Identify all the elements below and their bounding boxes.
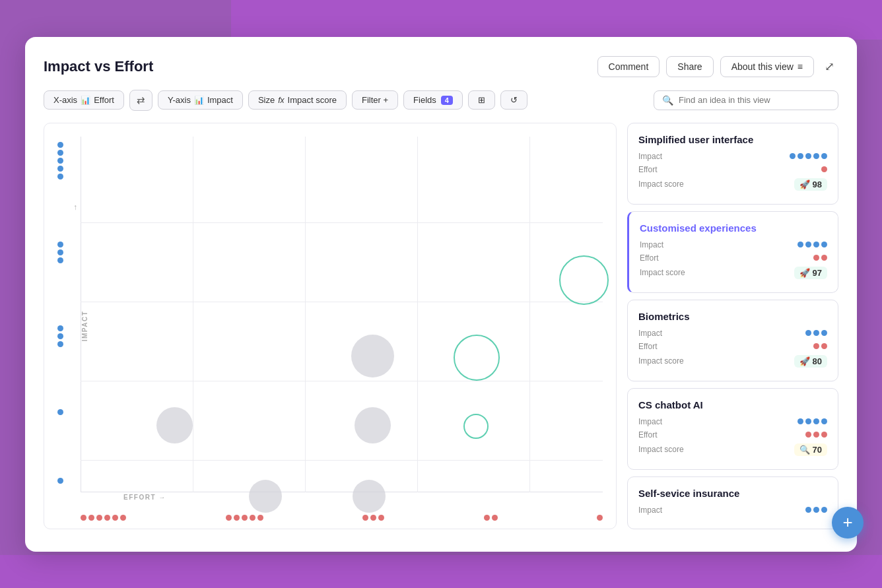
coral-dot — [597, 515, 603, 521]
card-biometrics[interactable]: Biometrics Impact Effort — [627, 300, 838, 381]
coral-dot — [81, 515, 86, 521]
grid-line-h1 — [81, 222, 603, 223]
dot-group-2 — [57, 242, 63, 263]
card-row-impact-4: Impact — [638, 417, 827, 426]
coral-dot — [378, 515, 384, 521]
search-input[interactable] — [679, 95, 830, 105]
card-row-effort-1: Effort — [638, 165, 827, 174]
chart-area: ↑ IMPACT EFFORT → — [44, 123, 617, 529]
bubble-gray-5[interactable] — [353, 480, 386, 513]
dot-group-4 — [57, 409, 63, 415]
dots-column — [53, 137, 67, 489]
score-badge-3: 🚀 80 — [794, 355, 827, 368]
effort-dots-row — [81, 515, 603, 521]
blue-dot — [57, 333, 63, 339]
yaxis-value: Impact — [207, 95, 233, 105]
score-value-2: 97 — [813, 268, 822, 278]
yaxis-button[interactable]: Y-axis 📊 Impact — [158, 90, 243, 110]
blue-dot — [57, 158, 63, 164]
swap-button[interactable]: ⇄ — [129, 90, 153, 111]
card-row-effort-3: Effort — [638, 342, 827, 351]
effort-dots-card-2 — [813, 255, 827, 261]
impact-label-5: Impact — [638, 506, 691, 515]
bubble-green-1[interactable] — [559, 255, 609, 305]
score-label-4: Impact score — [638, 445, 691, 454]
coral-dot — [242, 515, 248, 521]
card-chatbot-ai[interactable]: CS chatbot AI Impact Effort — [627, 388, 838, 470]
effort-dots-1 — [81, 515, 126, 521]
effort-label-2: Effort — [640, 253, 693, 263]
fields-badge: 4 — [441, 96, 453, 105]
grid-line-v1 — [193, 137, 193, 492]
score-badge-4: 🔍 70 — [794, 443, 827, 456]
card-title-1: Simplified user interface — [638, 134, 827, 145]
header-row: Impact vs Effort Comment Share About thi… — [44, 55, 838, 78]
bubble-green-2[interactable] — [454, 335, 500, 381]
bubble-gray-3[interactable] — [351, 335, 394, 377]
score-value-3: 80 — [813, 356, 822, 366]
score-icon-3: 🚀 — [799, 356, 810, 366]
score-label-2: Impact score — [640, 268, 693, 277]
effort-label: Effort — [638, 165, 691, 174]
size-button[interactable]: Size fx Impact score — [248, 90, 347, 110]
bubble-gray-2[interactable] — [249, 480, 282, 513]
card-row-impact-5: Impact — [638, 506, 827, 515]
share-button[interactable]: Share — [666, 56, 713, 77]
search-box: 🔍 — [654, 90, 838, 110]
coral-dot — [96, 515, 102, 521]
effort-dots-4 — [484, 515, 498, 521]
bubble-gray-1[interactable] — [156, 407, 193, 443]
grid-line-h2 — [81, 302, 603, 302]
score-badge-2: 🚀 97 — [794, 267, 827, 279]
size-label: Size — [258, 95, 275, 105]
card-row-impact-1: Impact — [638, 152, 827, 161]
y-axis-arrow: ↑ — [73, 203, 77, 212]
card-row-effort-4: Effort — [638, 430, 827, 440]
card-row-effort-2: Effort — [640, 253, 827, 263]
expand-button[interactable]: ⤢ — [821, 55, 838, 78]
score-label: Impact score — [638, 180, 691, 189]
blue-dot — [57, 166, 63, 172]
coral-dot — [120, 515, 126, 521]
sort-button[interactable]: ↺ — [500, 90, 527, 110]
coral-dot — [484, 515, 490, 521]
effort-dots-3 — [362, 515, 384, 521]
yaxis-label: Y-axis — [168, 95, 191, 105]
effort-dots-card-4 — [805, 432, 827, 438]
fields-button[interactable]: Fields 4 — [403, 90, 463, 110]
x-axis-label: EFFORT → — [123, 494, 166, 501]
filter-button[interactable]: Filter + — [352, 90, 398, 110]
menu-icon: ≡ — [797, 61, 803, 72]
content-area: ↑ IMPACT EFFORT → — [44, 123, 838, 529]
card-self-service[interactable]: Self-sevice insurance Impact — [627, 476, 838, 529]
coral-dot — [234, 515, 240, 521]
bubble-gray-4[interactable] — [355, 407, 391, 443]
comment-button[interactable]: Comment — [597, 56, 660, 77]
about-view-button[interactable]: About this view ≡ — [720, 56, 814, 77]
grid-line-v3 — [417, 137, 418, 492]
card-customised-exp[interactable]: Customised experiences Impact Effort — [627, 211, 838, 293]
coral-dot — [362, 515, 368, 521]
score-icon-1: 🚀 — [799, 180, 810, 189]
size-value: Impact score — [288, 95, 337, 105]
coral-dot — [104, 515, 110, 521]
xaxis-label: X-axis — [53, 95, 77, 105]
impact-label-4: Impact — [638, 417, 691, 426]
card-title-2: Customised experiences — [640, 222, 827, 234]
header-actions: Comment Share About this view ≡ ⤢ — [597, 55, 838, 78]
bar-chart-icon: 📊 — [81, 96, 90, 105]
impact-dots-4 — [797, 418, 827, 424]
impact-dots-1 — [790, 153, 827, 159]
coral-dot — [250, 515, 255, 521]
xaxis-button[interactable]: X-axis 📊 Effort — [44, 90, 124, 110]
group-button[interactable]: ⊞ — [468, 90, 495, 110]
page-title: Impact vs Effort — [44, 58, 153, 75]
card-row-score-4: Impact score 🔍 70 — [638, 443, 827, 456]
impact-dots-3 — [805, 330, 827, 336]
impact-label-3: Impact — [638, 329, 691, 338]
card-simplified-ui[interactable]: Simplified user interface Impact Effort — [627, 123, 838, 205]
coral-dot — [257, 515, 263, 521]
blue-dot — [57, 142, 63, 148]
effort-label-3: Effort — [638, 342, 691, 351]
bubble-green-3[interactable] — [463, 414, 489, 439]
